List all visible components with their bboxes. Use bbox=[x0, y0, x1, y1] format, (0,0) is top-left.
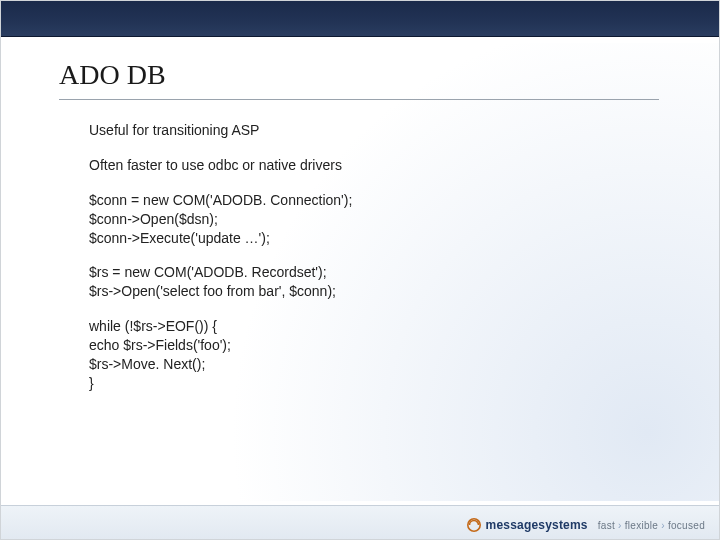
footer: messagesystems fast›flexible›focused bbox=[466, 517, 705, 533]
brand-name: messagesystems bbox=[486, 518, 588, 532]
swirl-icon bbox=[466, 517, 482, 533]
code-block-3: while (!$rs->EOF()) { echo $rs->Fields('… bbox=[89, 317, 649, 393]
slide: ADO DB Useful for transitioning ASP Ofte… bbox=[0, 0, 720, 540]
brand-tagline: fast›flexible›focused bbox=[598, 520, 705, 531]
tagline-1: fast bbox=[598, 520, 615, 531]
chevron-icon: › bbox=[658, 520, 668, 531]
body-line-1: Useful for transitioning ASP bbox=[89, 121, 649, 140]
slide-body: Useful for transitioning ASP Often faste… bbox=[89, 121, 649, 409]
tagline-2: flexible bbox=[625, 520, 659, 531]
body-line-2: Often faster to use odbc or native drive… bbox=[89, 156, 649, 175]
code-block-2: $rs = new COM('ADODB. Recordset'); $rs->… bbox=[89, 263, 649, 301]
slide-title: ADO DB bbox=[59, 59, 166, 91]
title-rule bbox=[59, 99, 659, 100]
chevron-icon: › bbox=[615, 520, 625, 531]
brand-logo: messagesystems bbox=[466, 517, 588, 533]
bottom-band: messagesystems fast›flexible›focused bbox=[1, 505, 719, 539]
tagline-3: focused bbox=[668, 520, 705, 531]
code-block-1: $conn = new COM('ADODB. Connection'); $c… bbox=[89, 191, 649, 248]
top-band bbox=[1, 1, 719, 37]
